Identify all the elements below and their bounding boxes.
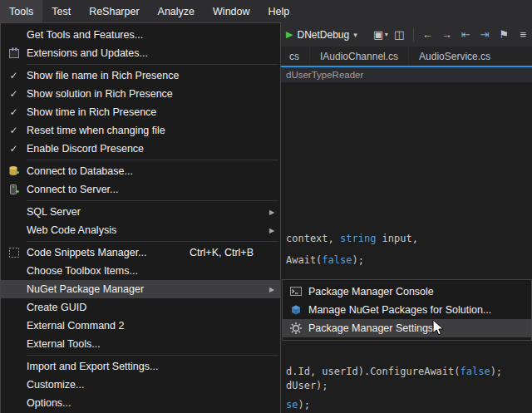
menu-item-reset-time[interactable]: ✓ Reset time when changing file <box>1 121 280 140</box>
menu-item-import-export-settings[interactable]: Import and Export Settings... <box>1 357 280 376</box>
menu-item-show-time[interactable]: ✓ Show time in Rich Presence <box>1 103 280 121</box>
menu-item-label: External Command 2 <box>27 320 264 332</box>
increase-indent-icon[interactable]: ⇥ <box>475 26 495 44</box>
menu-item-code-snippets-manager[interactable]: Code Snippets Manager... Ctrl+K, Ctrl+B <box>1 243 280 262</box>
menu-item-connect-to-database[interactable]: Connect to Database... <box>1 162 280 180</box>
menu-item-get-tools-and-features[interactable]: Get Tools and Features... <box>1 26 280 44</box>
checkmark-icon: ✓ <box>1 143 27 155</box>
menu-item-label: Show solution in Rich Presence <box>27 88 264 100</box>
submenu-item-package-manager-console[interactable]: Package Manager Console <box>283 283 531 301</box>
menu-item-label: Show file name in Rich Presence <box>27 70 264 81</box>
menu-item-label: Code Snippets Manager... <box>27 247 190 258</box>
console-icon <box>283 285 308 298</box>
menu-separator <box>27 241 278 242</box>
menu-separator <box>27 200 278 201</box>
code-line: dUser); <box>286 380 328 391</box>
mouse-cursor <box>432 319 446 341</box>
menu-item-label: SQL Server <box>27 206 264 218</box>
menu-item-label: Import and Export Settings... <box>27 361 264 372</box>
menu-item-extensions-and-updates[interactable]: Extensions and Updates... <box>1 44 280 62</box>
menu-item-external-tools[interactable]: External Tools... <box>1 335 280 353</box>
start-debug-button[interactable]: ▶ DNetDebug ▾ <box>286 29 357 41</box>
chevron-down-icon[interactable]: ▾ <box>353 31 357 39</box>
menu-separator <box>27 160 278 160</box>
navigate-backward-icon[interactable]: ← <box>418 26 437 44</box>
task-list-icon[interactable]: ≡ <box>514 26 532 44</box>
menu-item-connect-to-server[interactable]: Connect to Server... <box>1 180 280 199</box>
checkmark-icon: ✓ <box>1 106 27 118</box>
menubar-item-tools[interactable]: Tools <box>0 0 42 22</box>
menu-item-label: Connect to Server... <box>27 184 264 195</box>
menubar-item-help[interactable]: Help <box>259 0 299 22</box>
menu-separator <box>27 355 278 356</box>
submenu-arrow-icon: ▶ <box>264 227 280 234</box>
submenu-item-label: Package Manager Console <box>308 286 531 297</box>
menu-item-label: Get Tools and Features... <box>27 29 264 41</box>
code-line: Await(false); <box>286 254 364 266</box>
gear-icon <box>283 322 308 335</box>
checkmark-icon: ✓ <box>1 125 27 136</box>
play-icon: ▶ <box>286 29 293 40</box>
server-icon <box>1 183 27 196</box>
menu-item-external-command-2[interactable]: External Command 2 <box>1 317 280 335</box>
navigation-bar-text: dUserTypeReader <box>286 70 363 80</box>
menu-item-create-guid[interactable]: Create GUID <box>1 298 280 317</box>
tab-partial[interactable]: cs <box>279 47 309 66</box>
menubar-item-test[interactable]: Test <box>42 0 80 22</box>
tab-iaudiochannel[interactable]: IAudioChannel.cs <box>309 47 408 66</box>
checkmark-icon: ✓ <box>1 88 27 100</box>
menu-item-label: Enable Discord Presence <box>27 143 264 155</box>
menu-item-customize[interactable]: Customize... <box>1 376 280 394</box>
menu-item-label: Extensions and Updates... <box>27 47 264 59</box>
menu-item-label: Create GUID <box>27 302 264 313</box>
menu-item-label: Connect to Database... <box>27 165 264 177</box>
main-menubar: Tools Test ReSharper Analyze Window Help <box>0 0 532 22</box>
menu-item-label: Choose Toolbox Items... <box>27 265 264 277</box>
submenu-item-package-manager-settings[interactable]: Package Manager Settings <box>283 319 531 337</box>
start-debug-label: DNetDebug <box>297 29 349 41</box>
toggle-bookmark-icon[interactable]: ⚑ <box>495 26 514 44</box>
solution-packages-icon <box>283 303 308 317</box>
checkmark-icon: ✓ <box>1 70 27 81</box>
menu-item-sql-server[interactable]: SQL Server ▶ <box>1 203 280 221</box>
tools-menu: Get Tools and Features... Extensions and… <box>0 22 281 413</box>
menu-item-show-file-name[interactable]: ✓ Show file name in Rich Presence <box>1 66 280 85</box>
menu-item-label: External Tools... <box>27 338 264 350</box>
menu-item-web-code-analysis[interactable]: Web Code Analysis ▶ <box>1 221 280 239</box>
tab-audioservice[interactable]: AudioService.cs <box>408 47 500 66</box>
menubar-item-resharper[interactable]: ReSharper <box>80 0 148 22</box>
menu-item-label: Options... <box>27 397 264 409</box>
menubar-item-analyze[interactable]: Analyze <box>149 0 204 22</box>
code-line: context, string input, <box>286 233 418 244</box>
submenu-item-manage-nuget-packages[interactable]: Manage NuGet Packages for Solution... <box>283 301 531 319</box>
menu-item-label: Web Code Analysis <box>27 224 264 236</box>
menu-item-label: NuGet Package Manager <box>27 283 264 295</box>
snippets-icon <box>1 246 27 259</box>
submenu-item-label: Manage NuGet Packages for Solution... <box>308 304 531 316</box>
menu-separator <box>27 64 278 65</box>
menu-item-enable-discord-presence[interactable]: ✓ Enable Discord Presence <box>1 140 280 158</box>
menu-item-show-solution[interactable]: ✓ Show solution in Rich Presence <box>1 85 280 103</box>
decrease-indent-icon[interactable]: ⇤ <box>456 26 475 44</box>
preview-changes-icon[interactable]: ◫ <box>390 26 409 44</box>
submenu-item-label: Package Manager Settings <box>308 322 531 334</box>
code-line: d.Id, userId).ConfigureAwait(false); <box>286 366 502 377</box>
menu-item-nuget-package-manager[interactable]: NuGet Package Manager ▶ <box>1 280 280 298</box>
menu-item-label: Show time in Rich Presence <box>27 106 264 118</box>
menu-item-label: Reset time when changing file <box>27 125 264 136</box>
menu-item-shortcut: Ctrl+K, Ctrl+B <box>190 247 254 258</box>
toolbar-separator <box>413 28 414 42</box>
submenu-arrow-icon: ▶ <box>264 286 280 293</box>
menu-item-label: Customize... <box>27 379 264 391</box>
chevron-down-icon[interactable]: ▾ <box>385 31 388 38</box>
database-icon <box>1 165 27 178</box>
menubar-item-window[interactable]: Window <box>204 0 259 22</box>
menu-item-choose-toolbox-items[interactable]: Choose Toolbox Items... <box>1 262 280 280</box>
nuget-package-manager-submenu: Package Manager Console Manage NuGet Pac… <box>282 279 532 341</box>
menu-item-options[interactable]: Options... <box>1 394 280 412</box>
extensions-icon <box>1 47 27 60</box>
toolbar-icon-group: ▣ ▾ ◫ ← → ⇤ ⇥ ⚑ ≡ <box>369 26 532 44</box>
navigate-forward-icon[interactable]: → <box>437 26 456 44</box>
submenu-arrow-icon: ▶ <box>264 209 280 216</box>
code-line: se); <box>286 399 310 411</box>
